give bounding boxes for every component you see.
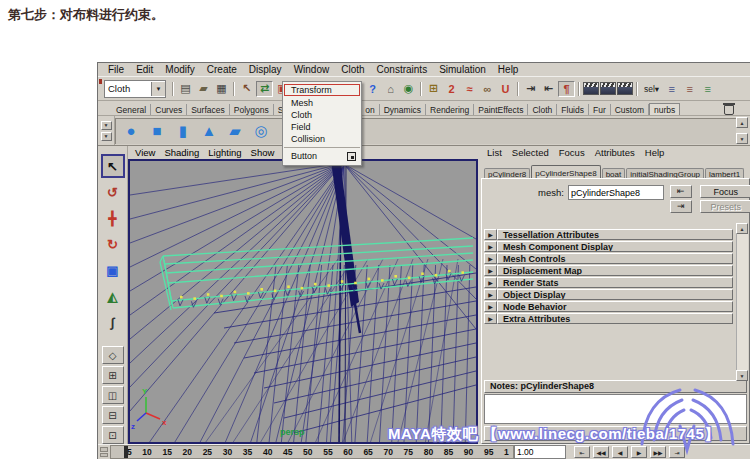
scrollbar-track[interactable]: [736, 234, 748, 370]
menubar-item[interactable]: File: [102, 64, 130, 75]
shelf-tab[interactable]: Surfaces: [187, 104, 230, 115]
attribute-editor-tab[interactable]: boat: [602, 168, 626, 178]
go-to-start-button[interactable]: ⇤: [574, 446, 590, 458]
attribute-section[interactable]: ▶ Extra Attributes: [484, 313, 733, 324]
lasso-tool[interactable]: ↺: [101, 180, 125, 204]
sel-menu[interactable]: sel▾: [641, 81, 662, 97]
attribute-editor-menu-item[interactable]: Focus: [559, 147, 585, 158]
expand-arrow-icon[interactable]: ▶: [484, 313, 497, 324]
attribute-section[interactable]: ▶ Mesh Component Display: [484, 241, 733, 252]
viewport-menu-item[interactable]: Show: [251, 147, 275, 158]
menubar-item[interactable]: Modify: [159, 64, 200, 75]
menubar-item[interactable]: Simulation: [433, 64, 492, 75]
ipr-render-icon[interactable]: [600, 82, 616, 95]
layout-four-pane-button[interactable]: ⊞: [102, 366, 124, 384]
menu-item-cloth[interactable]: Cloth: [284, 109, 360, 120]
scroll-up-icon[interactable]: ▲: [736, 223, 748, 234]
render-settings-icon[interactable]: [617, 82, 633, 95]
shelf-tab[interactable]: Curves: [151, 104, 187, 115]
attribute-editor-menu-item[interactable]: Attributes: [595, 147, 635, 158]
shelf-tab[interactable]: Rendering: [426, 104, 474, 115]
current-frame-marker[interactable]: [124, 446, 128, 458]
scale-tool[interactable]: ▣: [101, 258, 125, 282]
shelf-tab[interactable]: Dynamics: [380, 104, 426, 115]
attribute-editor-menu-item[interactable]: Selected: [512, 147, 549, 158]
time-slider[interactable]: 51015202530354045505560657075808590951: [110, 445, 514, 459]
viewport-menu-item[interactable]: Shading: [164, 147, 199, 158]
attribute-section[interactable]: ▶ Mesh Controls: [484, 253, 733, 264]
expand-arrow-icon[interactable]: ▶: [484, 265, 497, 276]
nurbs-torus-icon[interactable]: ◎: [249, 119, 273, 143]
nurbs-sphere-icon[interactable]: ●: [119, 119, 143, 143]
attribute-section[interactable]: ▶ Node Behavior: [484, 301, 733, 312]
shelf-tab[interactable]: Custom: [611, 104, 649, 115]
expand-arrow-icon[interactable]: ▶: [484, 241, 497, 252]
select-hierarchy-icon[interactable]: ↖: [238, 81, 255, 97]
layout-single-pane-button[interactable]: ◇: [102, 346, 124, 364]
operations-list-icon[interactable]: ⊞: [425, 81, 442, 97]
attribute-section[interactable]: ▶ Displacement Map: [484, 265, 733, 276]
menu-item-transform[interactable]: Transform: [284, 84, 360, 96]
scroll-up-icon[interactable]: ▲: [736, 117, 748, 128]
nurbs-cylinder-icon[interactable]: ▮: [171, 119, 195, 143]
open-scene-icon[interactable]: ▰: [195, 81, 212, 97]
menubar-item[interactable]: Window: [288, 64, 336, 75]
shelf-menu-icon[interactable]: ▼: [101, 132, 112, 141]
focus-button[interactable]: Focus: [700, 185, 750, 198]
expand-arrow-icon[interactable]: ▶: [484, 301, 497, 312]
viewport-menu-item[interactable]: Lighting: [208, 147, 241, 158]
toolbar-grip[interactable]: [98, 77, 104, 100]
move-tool[interactable]: ╋: [101, 206, 125, 230]
attribute-editor-tab[interactable]: pCylinderShape8: [531, 165, 600, 178]
copy-tab-out-icon[interactable]: ⇥: [670, 200, 692, 213]
menubar-item[interactable]: Create: [201, 64, 243, 75]
attribute-editor-menu-item[interactable]: List: [487, 147, 502, 158]
shelf-tab[interactable]: Fluids: [557, 104, 589, 115]
make-live-icon[interactable]: 2: [443, 81, 460, 97]
menubar-item[interactable]: Cloth: [335, 64, 370, 75]
universal-manipulator-tool[interactable]: ◭: [101, 284, 125, 308]
scroll-down-icon[interactable]: ▼: [736, 133, 748, 144]
attribute-editor-menu-item[interactable]: Help: [645, 147, 665, 158]
trash-icon[interactable]: [724, 103, 734, 114]
attribute-editor-tab[interactable]: lambert1: [705, 168, 744, 178]
shelf-tab[interactable]: nurbs: [649, 103, 680, 115]
shelf-tab[interactable]: PaintEffects: [474, 104, 528, 115]
quick-select-set-icon[interactable]: ≡: [681, 81, 698, 97]
menu-item-collision[interactable]: Collision: [284, 133, 360, 144]
shelf-tab[interactable]: General: [112, 104, 151, 115]
layout-hypergraph-button[interactable]: ⊡: [102, 426, 124, 444]
copy-tab-in-icon[interactable]: ⇤: [670, 185, 692, 198]
option-box-icon[interactable]: [347, 152, 356, 161]
menu-set-dropdown[interactable]: Cloth ▼: [104, 80, 166, 98]
lock-icon[interactable]: ⌂: [382, 81, 399, 97]
menubar-item[interactable]: Constraints: [371, 64, 434, 75]
attribute-editor-tab[interactable]: initialShadingGroup: [626, 168, 704, 178]
inspect-icon[interactable]: ◉: [400, 81, 417, 97]
soft-mod-tool[interactable]: ∫: [101, 310, 125, 334]
menu-item-field[interactable]: Field: [284, 121, 360, 132]
expand-arrow-icon[interactable]: ▶: [484, 289, 497, 300]
viewport-menu-item[interactable]: View: [135, 147, 155, 158]
step-back-frame-button[interactable]: ◀◀: [593, 446, 609, 458]
shelf-tab-menu-icon[interactable]: ▼: [101, 121, 112, 130]
quick-select-set-icon[interactable]: ≡: [699, 81, 716, 97]
new-scene-icon[interactable]: ▤: [177, 81, 194, 97]
scroll-down-icon[interactable]: ▼: [736, 370, 748, 381]
mesh-name-input[interactable]: [568, 185, 664, 200]
menubar-item[interactable]: Display: [243, 64, 288, 75]
shelf-tab[interactable]: Fur: [589, 104, 611, 115]
rotate-tool[interactable]: ↻: [101, 232, 125, 256]
nurbs-cube-icon[interactable]: ■: [145, 119, 169, 143]
expand-arrow-icon[interactable]: ▶: [484, 229, 497, 240]
timeline-grip[interactable]: [98, 445, 110, 459]
layout-persp-outliner-button[interactable]: ⊟: [102, 406, 124, 424]
render-current-frame-icon[interactable]: [583, 82, 599, 95]
step-back-key-button[interactable]: ◀: [612, 446, 628, 458]
save-scene-icon[interactable]: ▦: [213, 81, 230, 97]
shelf-tab[interactable]: Cloth: [528, 104, 557, 115]
nurbs-plane-icon[interactable]: ▰: [223, 119, 247, 143]
shelf-tab[interactable]: Polygons: [230, 104, 274, 115]
menubar-item[interactable]: Edit: [130, 64, 159, 75]
viewport-canvas[interactable]: Yxz persp: [128, 159, 478, 444]
